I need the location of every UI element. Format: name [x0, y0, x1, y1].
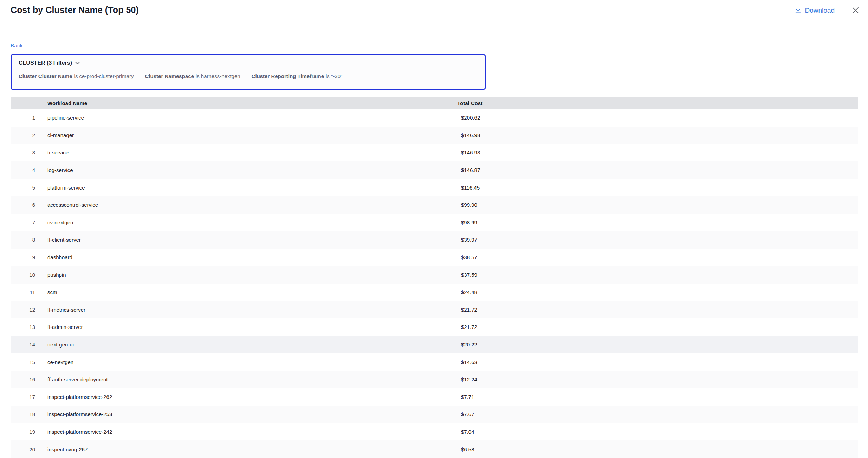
back-link[interactable]: Back	[11, 43, 22, 49]
cost-value: $99.90	[461, 202, 477, 208]
table-row[interactable]: 15ce-nextgen$14.63	[11, 353, 858, 371]
cost-cell: $20.22	[454, 336, 858, 354]
row-rank: 17	[11, 388, 40, 406]
workload-name: ff-admin-server	[40, 324, 454, 330]
row-rank: 11	[11, 284, 40, 301]
cost-value: $21.72	[461, 307, 477, 313]
table-row[interactable]: 16ff-auth-server-deployment$12.24	[11, 371, 858, 388]
cost-value: $21.72	[461, 324, 477, 330]
cost-value: $98.99	[461, 220, 477, 225]
cost-value: $200.62	[461, 115, 480, 121]
cost-cell: $146.87	[454, 161, 858, 179]
cost-cell: $98.99	[454, 214, 858, 231]
cost-cell: $21.72	[454, 318, 858, 336]
table-row[interactable]: 11scm$24.48	[11, 284, 858, 301]
workload-name: ce-nextgen	[40, 359, 454, 365]
table-row[interactable]: 3ti-service$146.93	[11, 144, 858, 161]
cost-value: $7.71	[461, 394, 474, 400]
cost-value: $20.22	[461, 342, 477, 348]
cost-value: $24.48	[461, 289, 477, 295]
cost-table: Workload Name Total Cost 1pipeline-servi…	[11, 97, 858, 458]
workload-name: next-gen-ui	[40, 342, 454, 348]
rank-column-header	[11, 97, 40, 109]
workload-name: pipeline-service	[40, 115, 454, 121]
workload-name: log-service	[40, 167, 454, 173]
cost-cell: $200.62	[454, 109, 858, 127]
table-row[interactable]: 13ff-admin-server$21.72	[11, 318, 858, 336]
table-row[interactable]: 12ff-metrics-server$21.72	[11, 301, 858, 319]
cost-cell: $116.45	[454, 179, 858, 196]
workload-name: ti-service	[40, 150, 454, 155]
table-row[interactable]: 4log-service$146.87	[11, 161, 858, 179]
cost-cell: $7.04	[454, 423, 858, 441]
row-rank: 8	[11, 231, 40, 249]
download-icon	[795, 7, 802, 14]
row-rank: 15	[11, 353, 40, 371]
titlebar: Cost by Cluster Name (Top 50) Download	[11, 4, 860, 15]
cost-value: $116.45	[461, 185, 480, 191]
workload-name: inspect-cvng-267	[40, 446, 454, 452]
download-label: Download	[805, 7, 835, 14]
cost-value: $7.04	[461, 429, 474, 435]
cost-value: $14.63	[461, 359, 477, 365]
row-rank: 9	[11, 249, 40, 266]
cost-cell: $38.57	[454, 249, 858, 266]
table-row[interactable]: 9dashboard$38.57	[11, 249, 858, 266]
cost-cell: $39.97	[454, 231, 858, 249]
row-rank: 16	[11, 371, 40, 388]
filter-conditions: Cluster Cluster Nameis ce-prod-cluster-p…	[19, 73, 478, 79]
workload-name: dashboard	[40, 254, 454, 260]
cost-cell: $146.98	[454, 127, 858, 144]
row-rank: 2	[11, 127, 40, 144]
table-row[interactable]: 8ff-client-server$39.97	[11, 231, 858, 249]
table-row[interactable]: 6accesscontrol-service$99.90	[11, 196, 858, 214]
download-button[interactable]: Download	[795, 7, 835, 14]
workload-name: ff-metrics-server	[40, 307, 454, 313]
row-rank: 13	[11, 318, 40, 336]
table-row[interactable]: 7cv-nextgen$98.99	[11, 214, 858, 231]
cost-value: $146.98	[461, 132, 480, 138]
workload-name: platform-service	[40, 185, 454, 191]
workload-name: cv-nextgen	[40, 220, 454, 225]
workload-name: inspect-platformservice-253	[40, 411, 454, 417]
workload-name: pushpin	[40, 272, 454, 278]
row-rank: 6	[11, 196, 40, 214]
table-row[interactable]: 1pipeline-service$200.62	[11, 109, 858, 127]
table-row[interactable]: 18inspect-platformservice-253$7.67	[11, 406, 858, 423]
cost-cell: $21.72	[454, 301, 858, 319]
cost-cell: $7.67	[454, 406, 858, 423]
filter-panel: CLUSTER (3 Filters) Cluster Cluster Name…	[11, 54, 486, 90]
row-rank: 14	[11, 336, 40, 354]
table-row[interactable]: 5platform-service$116.45	[11, 179, 858, 196]
cost-value: $39.97	[461, 237, 477, 243]
cost-cell: $12.24	[454, 371, 858, 388]
cost-value: $12.24	[461, 376, 477, 382]
row-rank: 1	[11, 109, 40, 127]
table-row[interactable]: 14next-gen-ui$20.22	[11, 336, 858, 354]
cost-value: $146.87	[461, 167, 480, 173]
close-button[interactable]	[851, 6, 860, 15]
table-row[interactable]: 17inspect-platformservice-262$7.71	[11, 388, 858, 406]
close-icon	[851, 6, 860, 14]
cost-cell: $6.58	[454, 440, 858, 458]
row-rank: 3	[11, 144, 40, 161]
cost-cell: $146.93	[454, 144, 858, 161]
cost-value: $38.57	[461, 254, 477, 260]
table-body: 1pipeline-service$200.622ci-manager$146.…	[11, 109, 858, 458]
page-title: Cost by Cluster Name (Top 50)	[11, 4, 139, 15]
table-row[interactable]: 2ci-manager$146.98	[11, 127, 858, 144]
workload-name: accesscontrol-service	[40, 202, 454, 208]
workload-name: inspect-platformservice-262	[40, 394, 454, 400]
filter-condition: Cluster Namespaceis harness-nextgen	[145, 73, 240, 79]
filter-summary-label: CLUSTER (3 Filters)	[19, 60, 72, 66]
row-rank: 12	[11, 301, 40, 319]
table-row[interactable]: 10pushpin$37.59	[11, 266, 858, 284]
filter-condition: Cluster Reporting Timeframeis "-30"	[252, 73, 343, 79]
cost-value: $7.67	[461, 411, 474, 417]
cost-value: $6.58	[461, 446, 474, 452]
workload-name: inspect-platformservice-242	[40, 429, 454, 435]
cost-column-header: Total Cost	[454, 97, 858, 109]
table-row[interactable]: 20inspect-cvng-267$6.58	[11, 440, 858, 458]
table-row[interactable]: 19inspect-platformservice-242$7.04	[11, 423, 858, 441]
filter-summary-toggle[interactable]: CLUSTER (3 Filters)	[19, 60, 80, 66]
